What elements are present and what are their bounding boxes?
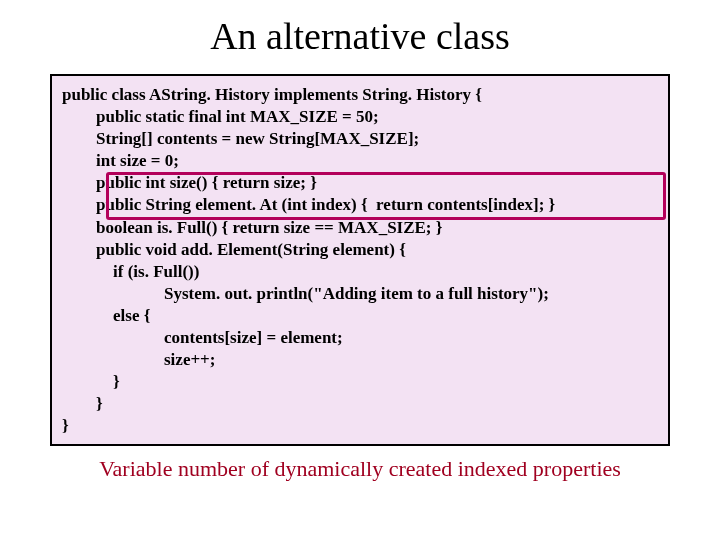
code-content: public class AString. History implements… bbox=[62, 84, 658, 438]
slide-title: An alternative class bbox=[0, 14, 720, 58]
code-block: public class AString. History implements… bbox=[50, 74, 670, 446]
caption-text: Variable number of dynamically created i… bbox=[0, 456, 720, 482]
